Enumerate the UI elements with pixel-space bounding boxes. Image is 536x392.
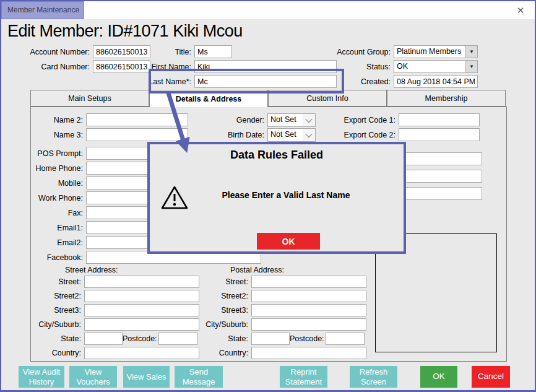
view-audit-history-button[interactable]: View Audit History: [19, 366, 64, 388]
email2-label: Email2:: [14, 238, 86, 247]
tab-membership[interactable]: Membership: [387, 90, 506, 107]
name2-label: Name 2:: [14, 116, 86, 124]
refresh-screen-button[interactable]: Refresh Screen: [350, 366, 397, 388]
title-input[interactable]: [194, 45, 232, 58]
status-select[interactable]: OK ▼: [394, 60, 478, 73]
postal-address-section: Postal Address: Street: Street2: Street3…: [181, 266, 366, 361]
birth-date-label: Birth Date:: [205, 131, 267, 139]
account-group-label: Account Group:: [311, 48, 394, 56]
right-field-3-input[interactable]: [401, 187, 482, 200]
tab-details-address[interactable]: Details & Address: [149, 90, 268, 107]
export-code-1-input[interactable]: [399, 113, 480, 126]
close-icon[interactable]: ✕: [514, 4, 527, 17]
dialog-ok-button[interactable]: OK: [257, 233, 320, 250]
street-address-heading: Street Address:: [14, 266, 199, 274]
street3-label: Street3:: [14, 306, 84, 315]
postal-address-heading: Postal Address:: [181, 266, 366, 274]
facebook-label: Facebook:: [14, 253, 86, 262]
postal-street-input[interactable]: [251, 276, 366, 288]
birth-date-select[interactable]: Not Set: [267, 128, 316, 142]
postal-city-suburb-label: City/Suburb:: [181, 320, 251, 329]
postal-street3-label: Street3:: [181, 306, 251, 315]
card-number-label: Card Number:: [14, 63, 93, 71]
postal-street-label: Street:: [181, 277, 251, 286]
name3-input[interactable]: [86, 128, 188, 141]
dropdown-arrow-icon[interactable]: ▼: [465, 46, 477, 58]
postal-state-input[interactable]: [251, 333, 290, 345]
export-code-2-label: Export Code 2:: [335, 131, 399, 139]
created-label: Created:: [311, 77, 394, 86]
name3-label: Name 3:: [14, 131, 86, 139]
export-code-1-label: Export Code 1:: [335, 116, 399, 124]
dialog-message: Please Enter a Valid Last Name: [184, 190, 388, 200]
page-title: Edit Member: ID#1071 Kiki Mcou: [7, 22, 243, 41]
status-label: Status:: [311, 63, 394, 71]
name2-input[interactable]: [86, 113, 188, 126]
state-input[interactable]: [84, 333, 123, 345]
postal-city-suburb-input[interactable]: [251, 318, 366, 331]
street2-label: Street2:: [14, 292, 84, 300]
country-label: Country:: [14, 349, 84, 357]
data-rules-failed-dialog: Data Rules Failed Please Enter a Valid L…: [147, 142, 406, 254]
export-codes-group: Export Code 1: Export Code 2:: [335, 113, 480, 143]
postal-postcode-label: Postcode:: [290, 334, 326, 343]
dropdown-arrow-icon[interactable]: ▼: [465, 61, 477, 72]
send-message-button[interactable]: Send Message: [175, 366, 223, 388]
tab-custom-info[interactable]: Custom Info: [268, 90, 387, 107]
account-group-select[interactable]: Platinum Members ▼: [394, 45, 478, 58]
member-maintenance-window: Member Maintenance ✕ Edit Member: ID#107…: [0, 0, 536, 392]
street-address-section: Street Address: Street: Street2: Street3…: [14, 266, 199, 361]
cancel-button[interactable]: Cancel: [472, 366, 510, 388]
home-phone-label: Home Phone:: [14, 164, 86, 173]
postal-country-label: Country:: [181, 349, 251, 357]
postal-street2-input[interactable]: [251, 290, 366, 302]
right-field-2-input[interactable]: [401, 170, 482, 183]
tab-main-setups[interactable]: Main Setups: [30, 90, 149, 107]
gender-label: Gender:: [205, 116, 267, 124]
chevron-down-icon[interactable]: [303, 129, 315, 141]
postal-postcode-input[interactable]: [326, 333, 365, 345]
view-sales-button[interactable]: View Sales: [123, 366, 170, 388]
email1-label: Email1:: [14, 224, 86, 232]
state-label: State:: [14, 334, 84, 343]
street-label: Street:: [14, 277, 84, 286]
dialog-title: Data Rules Failed: [150, 149, 404, 162]
right-field-1-input[interactable]: [401, 152, 482, 165]
postal-state-label: State:: [181, 334, 251, 343]
account-number-label: Account Number:: [14, 48, 93, 56]
reprint-statement-button[interactable]: Reprint Statement: [280, 366, 327, 388]
client-area: Edit Member: ID#1071 Kiki Mcou Account N…: [1, 19, 535, 390]
gender-select[interactable]: Not Set: [267, 113, 316, 127]
chevron-down-icon[interactable]: [303, 114, 315, 126]
status-value: OK: [394, 61, 465, 72]
mobile-label: Mobile:: [14, 179, 86, 188]
fax-label: Fax:: [14, 209, 86, 217]
postal-country-input[interactable]: [251, 347, 366, 359]
postal-street2-label: Street2:: [181, 292, 251, 300]
view-vouchers-button[interactable]: View Vouchers: [69, 366, 117, 388]
city-suburb-label: City/Suburb:: [14, 320, 84, 329]
created-input[interactable]: [394, 75, 478, 88]
gender-value: Not Set: [268, 114, 303, 126]
birth-date-value: Not Set: [268, 129, 303, 141]
export-code-2-input[interactable]: [399, 128, 480, 141]
last-name-label: Last Name*:: [113, 77, 194, 86]
postcode-label: Postcode:: [123, 334, 158, 343]
ok-button[interactable]: OK: [420, 366, 457, 388]
work-phone-label: Work Phone:: [14, 194, 86, 203]
pos-prompt-label: POS Prompt:: [14, 149, 86, 158]
account-group-value: Platinum Members: [394, 46, 465, 58]
gender-birthdate-group: Gender: Not Set Birth Date: Not Set: [205, 113, 316, 143]
first-name-label: First Name:: [113, 63, 194, 71]
identity-column-3: Account Group: Platinum Members ▼ Status…: [311, 45, 478, 90]
postal-street3-input[interactable]: [251, 304, 366, 316]
identity-column-2: Title: First Name: Last Name*:: [113, 45, 337, 90]
window-title: Member Maintenance: [1, 1, 84, 19]
titlebar: Member Maintenance ✕: [1, 1, 535, 19]
title-label: Title:: [113, 48, 194, 56]
